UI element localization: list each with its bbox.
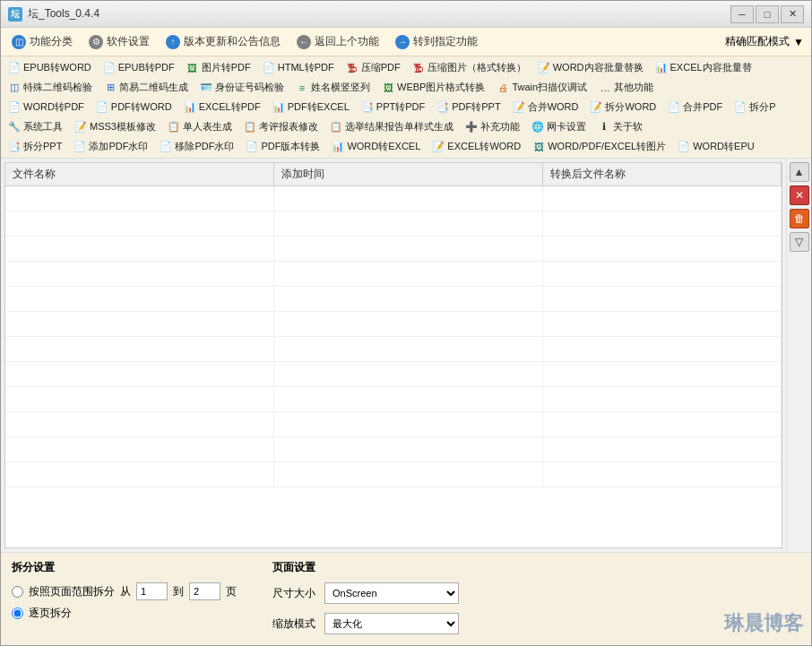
epub-pdf-icon: 📄 <box>103 62 116 74</box>
table-row <box>5 262 782 287</box>
btn-election-result[interactable]: 📋 选举结果报告单样式生成 <box>324 117 459 136</box>
zoom-select[interactable]: 最大化 适应宽度 实际大小 <box>324 613 459 634</box>
page-range-radio[interactable] <box>12 586 23 598</box>
toolbar-row-4: 🔧 系统工具 📝 MSS3模板修改 📋 单人表生成 📋 考评报表修改 📋 选举结… <box>3 117 809 136</box>
btn-add-pdf-watermark[interactable]: 📄 添加PDF水印 <box>68 137 153 156</box>
bottom-panel: 拆分设置 按照页面范围拆分 从 到 页 逐页拆分 页面设置 尺寸大小 OnScr <box>1 552 811 645</box>
word-replace-icon: 📝 <box>538 62 550 74</box>
btn-id-check[interactable]: 🪪 身份证号码检验 <box>194 78 289 97</box>
per-page-radio[interactable] <box>12 607 23 619</box>
btn-simple-qr-gen[interactable]: ⊞ 简易二维码生成 <box>99 78 194 97</box>
btn-epub-pdf[interactable]: 📄 EPUB转PDF <box>98 58 180 77</box>
title-bar: 坛 坛_Tools_0.4.4 ─ □ ✕ <box>1 1 811 28</box>
btn-compress-img[interactable]: 🗜 压缩图片（格式转换） <box>407 58 531 77</box>
compress-pdf-icon: 🗜 <box>346 62 358 74</box>
other-func-icon: … <box>599 82 611 94</box>
clear-button[interactable]: 🗑 <box>790 209 809 228</box>
btn-webp-convert[interactable]: 🖼 WEBP图片格式转换 <box>376 78 490 97</box>
window-title: 坛_Tools_0.4.4 <box>28 6 730 22</box>
btn-word-epub[interactable]: 📄 WORD转EPU <box>672 137 759 156</box>
pdf-ppt-icon: 📑 <box>436 101 449 114</box>
btn-special-qr-check[interactable]: ◫ 特殊二维码检验 <box>3 78 98 97</box>
btn-pdf-excel[interactable]: 📊 PDF转EXCEL <box>267 98 355 116</box>
menu-software-settings[interactable]: ⚙ 软件设置 <box>82 30 157 53</box>
to-img-icon: 🖼 <box>532 141 545 153</box>
btn-img-pdf[interactable]: 🖼 图片转PDF <box>181 58 256 77</box>
btn-epub-word[interactable]: 📄 EPUB转WORD <box>3 58 97 77</box>
btn-excel-word[interactable]: 📝 EXCEL转WORD <box>427 137 526 156</box>
col-filename: 文件名称 <box>5 163 274 185</box>
btn-single-table[interactable]: 📋 单人表生成 <box>162 117 238 136</box>
merge-pdf-icon: 📄 <box>668 101 680 114</box>
menu-goto-func[interactable]: → 转到指定功能 <box>388 30 485 53</box>
btn-eval-report[interactable]: 📋 考评报表修改 <box>238 117 324 136</box>
btn-split-pdf-short[interactable]: 📄 拆分P <box>729 98 781 116</box>
size-setting-row: 尺寸大小 OnScreen A4 A3 Letter <box>272 582 459 604</box>
col-converted: 转换后文件名称 <box>543 163 782 185</box>
page-settings-title: 页面设置 <box>272 560 459 575</box>
btn-html-pdf[interactable]: 📄 HTML转PDF <box>257 58 340 77</box>
right-sidebar: ▲ ✕ 🗑 ▽ <box>786 159 811 552</box>
maximize-button[interactable]: □ <box>756 5 779 23</box>
btn-name-layout[interactable]: ≡ 姓名横竖竖列 <box>290 78 376 97</box>
pdf-version-icon: 📄 <box>246 141 258 153</box>
per-page-option: 逐页拆分 <box>12 606 237 621</box>
size-label: 尺寸大小 <box>272 586 317 601</box>
btn-about[interactable]: ℹ 关于软 <box>592 117 648 136</box>
btn-merge-pdf[interactable]: 📄 合并PDF <box>662 98 728 116</box>
btn-split-ppt[interactable]: 📑 拆分PPT <box>3 137 67 156</box>
btn-compress-pdf[interactable]: 🗜 压缩PDF <box>341 58 406 77</box>
toolbar-row-1: 📄 EPUB转WORD 📄 EPUB转PDF 🖼 图片转PDF 📄 HTML转P… <box>3 58 809 77</box>
supplement-icon: ➕ <box>465 121 478 134</box>
btn-twain-debug[interactable]: 🖨 Twain扫描仪调试 <box>491 78 592 97</box>
chevron-down-icon: ▼ <box>793 36 804 48</box>
page-range-label: 按照页面范围拆分 <box>29 584 115 599</box>
btn-ppt-pdf[interactable]: 📑 PPT转PDF <box>356 98 430 116</box>
btn-excel-pdf[interactable]: 📊 EXCEL转PDF <box>178 98 266 116</box>
btn-nic-settings[interactable]: 🌐 网卡设置 <box>526 117 592 136</box>
btn-word-pdf[interactable]: 📄 WORD转PDF <box>3 98 90 116</box>
eval-report-icon: 📋 <box>244 121 256 134</box>
match-mode-selector[interactable]: 精确匹配模式 ▼ <box>725 34 804 49</box>
btn-pdf-ppt[interactable]: 📑 PDF转PPT <box>431 98 505 116</box>
menu-func-category[interactable]: ◫ 功能分类 <box>4 30 80 53</box>
delete-button[interactable]: ✕ <box>790 185 809 205</box>
btn-word-excel[interactable]: 📊 WORD转EXCEL <box>326 137 426 156</box>
menu-version-update[interactable]: ↑ 版本更新和公告信息 <box>159 30 288 53</box>
zoom-setting-row: 缩放模式 最大化 适应宽度 实际大小 <box>272 613 459 634</box>
sys-tools-icon: 🔧 <box>8 121 21 134</box>
btn-remove-pdf-watermark[interactable]: 📄 移除PDF水印 <box>154 137 239 156</box>
add-watermark-icon: 📄 <box>73 141 86 153</box>
word-excel-icon: 📊 <box>332 141 344 153</box>
minimize-button[interactable]: ─ <box>730 5 754 23</box>
main-area: 文件名称 添加时间 转换后文件名称 <box>1 159 811 552</box>
table-row <box>5 362 782 387</box>
btn-sys-tools[interactable]: 🔧 系统工具 <box>3 117 68 136</box>
btn-word-replace[interactable]: 📝 WORD内容批量替换 <box>532 58 649 77</box>
gear-icon: ⚙ <box>89 35 103 49</box>
menu-return-func[interactable]: ← 返回上个功能 <box>289 30 386 53</box>
size-select[interactable]: OnScreen A4 A3 Letter <box>324 582 459 604</box>
btn-split-word[interactable]: 📝 拆分WORD <box>584 98 661 116</box>
table-row <box>5 237 782 262</box>
btn-excel-replace[interactable]: 📊 EXCEL内容批量替 <box>650 58 757 77</box>
btn-merge-word[interactable]: 📝 合并WORD <box>507 98 584 116</box>
table-header: 文件名称 添加时间 转换后文件名称 <box>5 163 782 186</box>
btn-mss3-template[interactable]: 📝 MSS3模板修改 <box>69 117 161 136</box>
main-window: 坛 坛_Tools_0.4.4 ─ □ ✕ ◫ 功能分类 ⚙ 软件设置 ↑ 版本… <box>0 0 812 646</box>
btn-supplement[interactable]: ➕ 补充功能 <box>460 117 525 136</box>
mss3-icon: 📝 <box>74 121 87 134</box>
page-from-input[interactable] <box>136 582 168 600</box>
page-to-input[interactable] <box>189 582 220 600</box>
table-row <box>5 437 782 462</box>
btn-pdf-version[interactable]: 📄 PDF版本转换 <box>240 137 325 156</box>
btn-pdf-word[interactable]: 📄 PDF转WORD <box>91 98 177 116</box>
move-up-button[interactable]: ▲ <box>790 162 809 182</box>
btn-other-func[interactable]: … 其他功能 <box>593 78 659 97</box>
move-down-button[interactable]: ▽ <box>790 232 809 252</box>
close-button[interactable]: ✕ <box>781 5 804 23</box>
split-settings-section: 拆分设置 按照页面范围拆分 从 到 页 逐页拆分 <box>12 560 237 638</box>
app-icon: 坛 <box>8 7 22 22</box>
btn-to-img[interactable]: 🖼 WORD/PDF/EXCEL转图片 <box>527 137 671 156</box>
table-row <box>5 387 782 412</box>
